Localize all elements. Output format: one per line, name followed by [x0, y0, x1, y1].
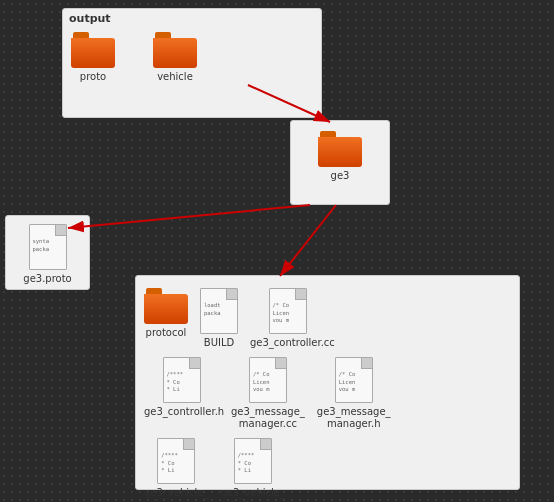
- ge3-panel: ge3: [290, 120, 390, 205]
- ge3-message-manager-h-item[interactable]: /* CoLicenvou m ge3_message_manager.h: [317, 357, 391, 430]
- ge3-proto-file-lines: syntapacka: [30, 225, 66, 255]
- build-file-item[interactable]: loadtpacka BUILD: [200, 288, 238, 349]
- ge3-vehicle-factory-cc-icon: /***** Co* Li: [157, 438, 195, 484]
- ge3-proto-content: syntapacka ge3.proto: [6, 216, 89, 289]
- ge3-vehicle-factory-h-icon: /***** Co* Li: [234, 438, 272, 484]
- ge3-proto-file-item[interactable]: syntapacka ge3.proto: [23, 224, 71, 285]
- ge3-message-manager-h-lines: /* CoLicenvou m: [336, 358, 372, 396]
- ge3-message-manager-cc-label: ge3_message_manager.cc: [231, 406, 305, 430]
- files-row3: /***** Co* Li ge3_vehicle_factory.cc /**…: [136, 434, 519, 502]
- build-file-label: BUILD: [204, 337, 234, 349]
- ge3-folder-icon: [318, 131, 362, 167]
- vehicle-folder-icon: [153, 32, 197, 68]
- ge3-controller-h-item[interactable]: /***** Co* Li ge3_controller.h: [144, 357, 219, 418]
- ge3-proto-panel: syntapacka ge3.proto: [5, 215, 90, 290]
- build-file-lines: loadtpacka: [201, 289, 237, 319]
- protocol-folder-item[interactable]: protocol: [144, 288, 188, 339]
- ge3-proto-file-icon: syntapacka: [29, 224, 67, 270]
- files-row1: protocol loadtpacka BUILD /* CoLicenvou …: [136, 276, 519, 353]
- ge3-vehicle-factory-h-item[interactable]: /***** Co* Li ge3_vehicle_factory.h: [220, 438, 284, 502]
- ge3-panel-content: ge3: [291, 121, 389, 186]
- output-panel-content: proto vehicle: [63, 28, 321, 87]
- ge3-controller-cc-item[interactable]: /* CoLicenvou m ge3_controller.cc: [250, 288, 325, 349]
- ge3-controller-h-label: ge3_controller.h: [144, 406, 219, 418]
- ge3-vehicle-factory-h-label: ge3_vehicle_factory.h: [220, 487, 284, 502]
- proto-folder-icon: [71, 32, 115, 68]
- ge3-vehicle-factory-cc-item[interactable]: /***** Co* Li ge3_vehicle_factory.cc: [144, 438, 208, 502]
- folder-body: [318, 137, 362, 167]
- ge3-vehicle-factory-cc-lines: /***** Co* Li: [158, 439, 194, 477]
- folder-body: [71, 38, 115, 68]
- protocol-folder-label: protocol: [146, 327, 187, 339]
- ge3-message-manager-h-label: ge3_message_manager.h: [317, 406, 391, 430]
- proto-folder-label: proto: [80, 71, 106, 83]
- files-panel: protocol loadtpacka BUILD /* CoLicenvou …: [135, 275, 520, 490]
- folder-body: [153, 38, 197, 68]
- ge3-controller-cc-label: ge3_controller.cc: [250, 337, 325, 349]
- arrow-ge3-to-proto: [68, 205, 310, 228]
- ge3-controller-cc-lines: /* CoLicenvou m: [270, 289, 306, 327]
- ge3-folder-label: ge3: [331, 170, 350, 182]
- ge3-controller-h-lines: /***** Co* Li: [164, 358, 200, 396]
- ge3-message-manager-h-icon: /* CoLicenvou m: [335, 357, 373, 403]
- build-file-icon: loadtpacka: [200, 288, 238, 334]
- ge3-controller-cc-icon: /* CoLicenvou m: [269, 288, 307, 334]
- ge3-vehicle-factory-h-lines: /***** Co* Li: [235, 439, 271, 477]
- ge3-controller-h-icon: /***** Co* Li: [163, 357, 201, 403]
- protocol-folder-icon: [144, 288, 188, 324]
- ge3-message-manager-cc-item[interactable]: /* CoLicenvou m ge3_message_manager.cc: [231, 357, 305, 430]
- ge3-message-manager-cc-icon: /* CoLicenvou m: [249, 357, 287, 403]
- ge3-message-manager-cc-lines: /* CoLicenvou m: [250, 358, 286, 396]
- proto-folder-item[interactable]: proto: [71, 32, 115, 83]
- files-row2: /***** Co* Li ge3_controller.h /* CoLice…: [136, 353, 519, 434]
- arrow-ge3-to-files: [280, 205, 336, 276]
- ge3-proto-file-label: ge3.proto: [23, 273, 71, 285]
- ge3-vehicle-factory-cc-label: ge3_vehicle_factory.cc: [144, 487, 208, 502]
- output-panel-title: output: [63, 9, 321, 28]
- folder-body: [144, 294, 188, 324]
- ge3-folder-item[interactable]: ge3: [318, 131, 362, 182]
- vehicle-folder-label: vehicle: [157, 71, 193, 83]
- vehicle-folder-item[interactable]: vehicle: [153, 32, 197, 83]
- output-panel: output proto vehicle: [62, 8, 322, 118]
